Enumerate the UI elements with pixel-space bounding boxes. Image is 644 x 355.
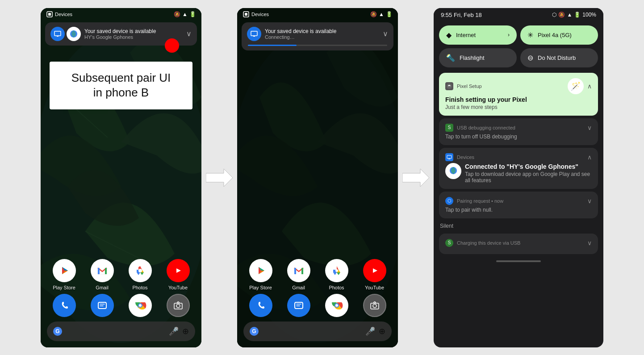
phone-app-icon-1 [53,294,76,317]
search-bar-1[interactable]: G 🎤 ⊕ [47,322,195,341]
app-item-youtube-2[interactable]: YouTube [355,255,393,294]
flashlight-label: Flashlight [460,54,485,61]
magic-wand-icon: 🪄 [568,78,584,94]
app-item-playstore-2[interactable]: Play Store [242,255,280,294]
battery-icon-1: 🔋 [189,11,196,17]
svg-point-45 [367,297,383,313]
svg-rect-30 [251,31,257,36]
dock-chrome-1[interactable] [121,290,159,321]
svg-rect-5 [48,13,51,16]
dock-messages-1[interactable] [83,290,121,321]
pairing-header: ⬡ Pairing request • now ∨ [445,197,592,205]
app-item-photos-1[interactable]: Photos [121,255,159,294]
dnd-label: Do Not Disturb [538,54,576,61]
devices-icon-1 [50,27,65,41]
wifi-icon-1: ▲ [182,11,188,17]
dock-messages-2[interactable] [280,290,318,321]
devices-chevron[interactable]: ∧ [587,154,592,161]
bottom-indicator [439,257,598,266]
svg-rect-29 [245,13,247,16]
pixel-setup-collapse-icon[interactable]: ∧ [587,83,592,90]
app-item-gmail-1[interactable]: Gmail [83,255,121,294]
google-g-icon-1: G [53,327,62,336]
photos-icon-1 [129,259,152,282]
usb-debug-icon: S [445,124,453,132]
pixel-setup-card[interactable]: Pixel Setup 🪄 ∧ Finish setting up your P… [439,73,598,116]
app-item-youtube-1[interactable]: YouTube [159,255,197,294]
dock-camera-1[interactable] [159,290,197,321]
svg-point-40 [291,297,307,313]
internet-arrow: › [508,32,510,38]
svg-marker-48 [402,169,429,187]
dock-camera-2[interactable] [355,290,393,321]
pixel-setup-header: Pixel Setup 🪄 ∧ [445,78,592,94]
pairing-body: Tap to pair with null. [445,207,592,213]
usb-debug-chevron[interactable]: ∨ [587,124,592,131]
bluetooth-icon: ⬡ [552,12,556,18]
shade-battery-icon: 🔋 [574,12,581,18]
shade-notifications-list: Pixel Setup 🪄 ∧ Finish setting up your P… [434,71,603,347]
svg-rect-31 [253,36,255,37]
usb-debug-header: S USB debugging connected ∨ [445,124,592,132]
app-item-playstore-1[interactable]: Play Store [45,255,83,294]
app-grid-2: Play Store Gmail [237,255,398,294]
svg-rect-35 [301,268,303,274]
notification-shade: 9:55 Fri, Feb 18 ⬡ 🔕 ▲ 🔋 100% ◆ Internet… [434,8,603,347]
voice-icon-1: 🎤 [169,326,179,336]
dock-1 [41,290,201,321]
notif-icons-1 [50,27,81,41]
messages-app-icon-1 [91,294,114,317]
brand-icon-1 [67,27,81,41]
charging-chevron[interactable]: ∨ [587,239,592,246]
label-overlay: Subsequent pair UI in phone B [50,62,192,110]
charging-app-name: Charging this device via USB [457,240,584,246]
dock-phone-1[interactable] [45,290,83,321]
bluetooth-tile-icon: ✳ [527,31,533,39]
label-line2: in phone B [93,86,149,99]
devices-notif-body: Tap to download device app on Google Pla… [465,171,592,184]
svg-point-50 [449,85,450,86]
messages-app-icon-2 [287,294,310,317]
devices-card[interactable]: Devices ∧ Connected to "HY's Google Gpho… [439,148,598,189]
status-bar-2: Devices 🔕 ▲ 🔋 [237,8,398,21]
brand-logo-icon [445,163,461,179]
app-item-photos-2[interactable]: Photos [318,255,355,294]
devices-notif-title: Connected to "HY's Google Gphones" [465,163,592,170]
pixel4a-tile[interactable]: ✳ Pixel 4a (5G) [520,25,598,45]
phone-screen-1: Devices 🔕 ▲ 🔋 Your saved device is avail… [41,8,201,347]
search-bar-2[interactable]: G 🎤 ⊕ [243,322,392,341]
quick-tiles: ◆ Internet › ✳ Pixel 4a (5G) 🔦 Flashligh… [434,22,603,71]
progress-bar [248,45,387,46]
notif-connecting-card[interactable]: Your saved device is available Connectin… [242,22,393,50]
dock-chrome-2[interactable] [318,290,355,321]
pixel-setup-body: Just a few more steps [445,104,592,110]
dnd-tile-icon: ⊖ [527,54,533,62]
shade-wifi-icon: ▲ [567,12,572,18]
camera-app-icon-1 [167,294,190,317]
gmail-icon-2 [287,259,310,282]
flashlight-tile[interactable]: 🔦 Flashlight [439,48,517,67]
pairing-chevron[interactable]: ∨ [587,197,592,205]
charging-card[interactable]: S Charging this device via USB ∨ [439,234,598,254]
dock-phone-2[interactable] [242,290,280,321]
usb-debug-card[interactable]: S USB debugging connected ∨ Tap to turn … [439,118,598,145]
notif-chevron-1[interactable]: ∨ [186,29,192,38]
flashlight-tile-icon: 🔦 [446,54,455,62]
status-icons-2: 🔕 ▲ 🔋 [370,11,393,17]
playstore-icon-2 [249,259,272,282]
shade-status-icons: ⬡ 🔕 ▲ 🔋 100% [552,12,596,18]
pairing-card[interactable]: ⬡ Pairing request • now ∨ Tap to pair wi… [439,192,598,218]
internet-tile[interactable]: ◆ Internet › [439,25,517,45]
phone-app-icon-2 [249,294,272,317]
notif-chevron-2[interactable]: ∨ [383,29,388,38]
svg-point-49 [447,84,452,89]
dnd-tile[interactable]: ⊖ Do Not Disturb [520,48,598,67]
pixel-setup-app-icon [445,82,453,90]
phone-screen-2: Devices 🔕 ▲ 🔋 Your saved device is avail… [237,8,398,347]
status-app-name-2: Devices [243,11,269,18]
arrow-2 [398,169,434,187]
status-app-name-1: Devices [46,11,72,18]
label-text-1: Subsequent pair UI in phone B [57,71,185,101]
notif-connecting-status: Connecting… [265,34,379,40]
app-item-gmail-2[interactable]: Gmail [280,255,318,294]
